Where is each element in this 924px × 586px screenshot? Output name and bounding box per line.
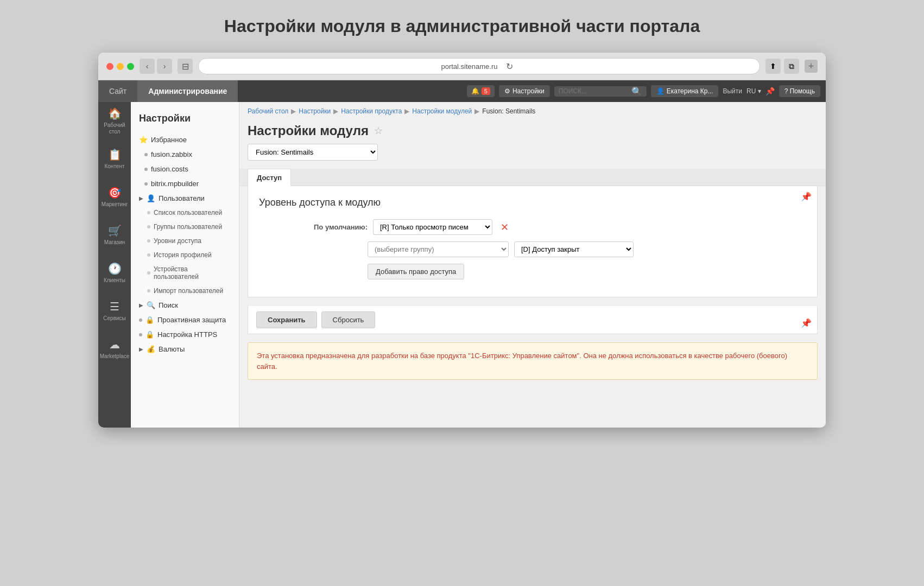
group-select[interactable]: (выберите группу) [368,241,509,257]
shop-icon: 🛒 [108,224,122,237]
sidebar-label-marketplace: Marketplace [100,353,129,360]
tab-access[interactable]: Доступ [248,169,291,186]
pin-button[interactable]: 📌 [765,87,775,95]
sep4: ▶ [474,107,479,115]
nav-item-users[interactable]: ▶ 👤 Пользователи [131,191,239,206]
settings-label: Настройки [512,87,545,95]
pin-anchor-bottom[interactable]: 📌 [801,318,812,328]
breadcrumb-module-settings[interactable]: Настройки модулей [412,107,472,115]
browser-dots [106,63,134,70]
admin-bar-right: 🔔 5 ⚙ Настройки 🔍 👤 Екатерина Кр... Выйт… [238,80,826,102]
pin-anchor-top[interactable]: 📌 [801,192,812,202]
notifications-button[interactable]: 🔔 5 [467,85,495,97]
sidebar-label-content: Контент [104,163,124,170]
nav-label-devices: Устройства пользователей [154,265,231,281]
nav-item-user-import[interactable]: Импорт пользователей [131,284,239,298]
default-label: По умолчанию: [302,223,368,231]
group-access-level-select[interactable]: [D] Доступ закрыт [R] Только просмотр пи… [514,241,634,257]
save-button[interactable]: Сохранить [256,311,317,328]
nav-item-fusion-zabbix[interactable]: fusion.zabbix [131,147,239,162]
url-bar[interactable]: portal.sitename.ru ↻ [198,58,760,74]
site-tab[interactable]: Сайт [98,80,137,102]
gear-icon: ⚙ [504,87,510,95]
browser-nav: ‹ › [140,59,172,74]
dot-yellow[interactable] [117,63,124,70]
sidebar-item-services[interactable]: ☰ Сервисы [98,292,131,330]
sidebar-item-shop[interactable]: 🛒 Магазин [98,216,131,254]
user-nav-icon: 👤 [147,194,155,202]
dot-green[interactable] [127,63,134,70]
nav-label-user-list: Список пользователей [154,209,222,216]
nav-label-https: Настройка HTTPS [157,330,217,339]
default-access-select[interactable]: [R] Только просмотр писем [D] Доступ зак… [373,219,492,235]
home-icon: 🏠 [108,107,122,120]
copy-button[interactable]: ⧉ [784,59,799,74]
breadcrumb-settings[interactable]: Настройки [299,107,331,115]
forward-button[interactable]: › [157,59,172,74]
nav-item-access-levels[interactable]: Уровни доступа [131,234,239,248]
sidebar-item-marketing[interactable]: 🎯 Маркетинг [98,178,131,216]
admin-tab[interactable]: Администрирование [137,80,238,102]
nav-item-bitrix-mpbuilder[interactable]: bitrix.mpbuilder [131,176,239,191]
help-button[interactable]: ? Помощь [779,85,820,97]
share-button[interactable]: ⬆ [765,59,781,74]
layout-button[interactable]: ⊟ [178,59,193,74]
bullet-fusion-costs [144,168,148,171]
marketplace-icon: ☁ [109,338,120,351]
currencies-nav-icon: 💰 [147,345,155,353]
action-row: 📌 Сохранить Сбросить [248,305,818,334]
bell-icon: 🔔 [471,87,479,95]
nav-item-user-list[interactable]: Список пользователей [131,206,239,220]
nav-label-search: Поиск [159,301,178,309]
content-area: Рабочий стол ▶ Настройки ▶ Настройки про… [239,102,826,428]
sidebar-item-desktop[interactable]: 🏠 Рабочий стол [98,102,131,140]
browser-actions: ⬆ ⧉ [765,59,799,74]
lang-button[interactable]: RU ▾ [746,87,761,95]
arrow-users: ▶ [139,195,143,201]
nav-item-user-groups[interactable]: Группы пользователей [131,220,239,234]
default-access-row: По умолчанию: [R] Только просмотр писем … [302,219,806,235]
settings-button[interactable]: ⚙ Настройки [499,85,550,97]
sidebar-label-clients: Клиенты [104,277,125,284]
dot-red[interactable] [106,63,113,70]
reset-button[interactable]: Сбросить [321,311,376,328]
nav-item-favorites[interactable]: ⭐ Избранное [131,132,239,147]
search-input[interactable] [559,87,629,95]
lock-nav-icon: 🔒 [145,316,154,324]
favorite-star-icon[interactable]: ☆ [374,125,383,137]
nav-label-import: Импорт пользователей [154,287,223,295]
nav-item-profile-history[interactable]: История профилей [131,248,239,262]
back-button[interactable]: ‹ [140,59,155,74]
sep1: ▶ [291,107,296,115]
nav-item-search[interactable]: ▶ 🔍 Поиск [131,298,239,313]
delete-access-icon[interactable]: ✕ [501,221,509,233]
left-nav-title: Настройки [131,107,239,132]
main-layout: 🏠 Рабочий стол 📋 Контент 🎯 Маркетинг 🛒 М… [98,102,826,428]
breadcrumb: Рабочий стол ▶ Настройки ▶ Настройки про… [239,102,826,120]
logout-button[interactable]: Выйти [723,87,742,95]
nav-item-protection[interactable]: 🔒 Проактивная защита [131,313,239,327]
tabs-bar: Доступ [239,169,826,186]
star-nav-icon: ⭐ [139,136,148,144]
nav-item-fusion-costs[interactable]: fusion.costs [131,162,239,176]
nav-label-users: Пользователи [159,194,205,202]
module-select[interactable]: Fusion: Sentimails [248,144,378,161]
breadcrumb-product-settings[interactable]: Настройки продукта [341,107,402,115]
nav-label-favorites: Избранное [151,136,187,144]
nav-label-fusion-zabbix: fusion.zabbix [151,150,192,158]
sidebar-item-content[interactable]: 📋 Контент [98,140,131,178]
refresh-button[interactable]: ↻ [502,59,517,74]
nav-item-currencies[interactable]: ▶ 💰 Валюты [131,342,239,356]
add-tab-button[interactable]: + [805,60,818,73]
browser-window: ‹ › ⊟ portal.sitename.ru ↻ ⬆ ⧉ + Сайт Ад… [98,53,826,428]
user-button[interactable]: 👤 Екатерина Кр... [651,85,719,97]
add-access-button[interactable]: Добавить право доступа [368,264,464,279]
sidebar-label-marketing: Маркетинг [102,201,128,208]
nav-label-history: История профилей [154,251,212,259]
sidebar-item-clients[interactable]: 🕐 Клиенты [98,254,131,292]
access-section-title: Уровень доступа к модулю [259,197,806,208]
sidebar-item-marketplace[interactable]: ☁ Marketplace [98,330,131,368]
nav-item-https[interactable]: 🔒 Настройка HTTPS [131,327,239,342]
breadcrumb-desktop[interactable]: Рабочий стол [248,107,288,115]
nav-item-user-devices[interactable]: Устройства пользователей [131,262,239,284]
